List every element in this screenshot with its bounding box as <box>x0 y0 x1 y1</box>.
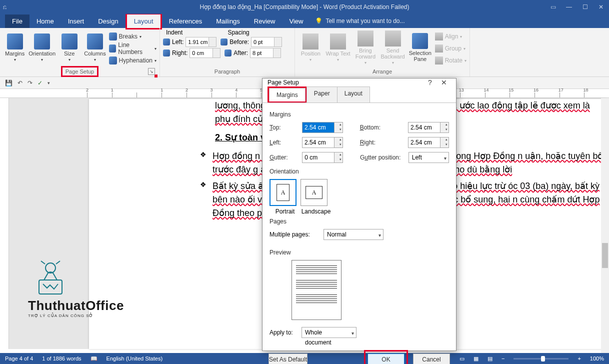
ok-button[interactable]: OK <box>368 354 404 364</box>
spellcheck-status-icon[interactable]: 📖 <box>90 356 98 362</box>
margin-right-input[interactable] <box>408 137 449 148</box>
margins-button[interactable]: Margins▾ <box>3 29 26 66</box>
watermark-title: ThuthuatOffice <box>28 298 124 314</box>
selection-pane-button[interactable]: Selection Pane <box>408 29 433 66</box>
indent-right-input[interactable] <box>190 48 220 58</box>
orientation-landscape[interactable]: A <box>300 179 328 206</box>
customize-qat-icon[interactable]: ▾ <box>48 80 50 86</box>
margin-left-input[interactable] <box>302 137 343 148</box>
hyphenation-button[interactable]: Hyphenation ▾ <box>109 55 156 66</box>
ribbon: Margins▾ Orientation▾ Size▾ Columns▾ Bre… <box>0 28 609 77</box>
size-button[interactable]: Size▾ <box>58 29 81 66</box>
bring-forward-button: Bring Forward▾ <box>352 29 378 66</box>
apply-to-select[interactable]: Whole document <box>302 327 356 338</box>
tab-paper[interactable]: Paper <box>306 86 338 103</box>
group-button: Group ▾ <box>435 43 466 54</box>
gutter-position-select[interactable]: Left <box>408 152 449 163</box>
window-controls: ▭ — ☐ ✕ <box>548 4 606 10</box>
bullet-icon: ❖ <box>200 150 206 176</box>
spellcheck-icon[interactable]: ✓ <box>38 80 42 86</box>
gutter-input[interactable] <box>302 152 343 163</box>
dialog-help-icon[interactable]: ? <box>423 78 437 86</box>
indent-label: Indent <box>166 29 182 36</box>
page-setup-dialog: Page Setup ? ✕ Margins Paper Layout Marg… <box>262 78 456 351</box>
status-words[interactable]: 1 of 1886 words <box>42 356 81 362</box>
tab-review[interactable]: Review <box>247 14 282 28</box>
columns-button[interactable]: Columns▾ <box>83 29 106 66</box>
window-title: Hợp đồng lao động_Ha [Compatibility Mode… <box>200 4 410 10</box>
tab-margins[interactable]: Margins <box>269 88 306 102</box>
status-page[interactable]: Page 4 of 4 <box>5 356 33 362</box>
tab-file[interactable]: File <box>5 14 30 28</box>
dialog-close-icon[interactable]: ✕ <box>437 78 451 86</box>
send-backward-button: Send Backward▾ <box>380 29 406 66</box>
svg-line-1 <box>41 261 45 264</box>
vertical-scrollbar[interactable] <box>601 98 609 353</box>
tell-me-search[interactable]: 💡Tell me what you want to do... <box>310 18 404 24</box>
ribbon-collapse-icon[interactable]: ▭ <box>548 4 558 10</box>
chevron-down-icon: ▾ <box>41 58 43 62</box>
zoom-in-icon[interactable]: + <box>578 356 580 362</box>
breaks-button[interactable]: Breaks ▾ <box>109 31 156 42</box>
chevron-down-icon: ▾ <box>68 58 70 62</box>
vertical-ruler[interactable] <box>0 98 9 349</box>
page-setup-group-label: Page Setup <box>61 66 99 77</box>
dialog-title: Page Setup <box>268 79 299 86</box>
zoom-out-icon[interactable]: − <box>502 356 504 362</box>
undo-icon[interactable]: ↶ <box>18 80 22 86</box>
set-as-default-button[interactable]: Set As Default <box>268 354 308 364</box>
spacing-after-input[interactable] <box>250 48 281 58</box>
dialog-tabs: Margins Paper Layout <box>268 86 451 103</box>
paragraph-group-label: Paragraph <box>163 68 292 76</box>
preview-section-label: Preview <box>270 249 449 256</box>
save-icon[interactable]: 💾 <box>5 80 12 86</box>
spacing-label: Spacing <box>228 29 249 36</box>
margin-bottom-input[interactable] <box>408 122 449 133</box>
print-layout-icon[interactable]: ▦ <box>474 356 478 362</box>
multiple-pages-select[interactable]: Normal <box>324 229 384 240</box>
tab-view[interactable]: View <box>282 14 310 28</box>
cancel-button[interactable]: Cancel <box>413 354 450 364</box>
pages-section-label: Pages <box>270 218 449 225</box>
align-button: Align ▾ <box>435 31 466 42</box>
tab-insert[interactable]: Insert <box>61 14 92 28</box>
maximize-icon[interactable]: ☐ <box>580 4 590 10</box>
margins-section-label: Margins <box>270 111 449 118</box>
chevron-down-icon: ▾ <box>94 58 96 62</box>
rotate-button: Rotate ▾ <box>435 55 466 66</box>
tab-references[interactable]: References <box>162 14 209 28</box>
orientation-portrait[interactable]: A <box>270 179 296 206</box>
web-layout-icon[interactable]: ▤ <box>488 356 492 362</box>
tab-mailings[interactable]: Mailings <box>209 14 247 28</box>
chevron-down-icon: ▾ <box>14 58 16 62</box>
svg-rect-3 <box>39 280 62 294</box>
landscape-label: Landscape <box>300 208 332 215</box>
tab-home[interactable]: Home <box>30 14 61 28</box>
title-bar: ⎌ Hợp đồng lao động_Ha [Compatibility Mo… <box>0 0 609 14</box>
zoom-level[interactable]: 100% <box>590 356 604 362</box>
margin-top-input[interactable] <box>302 122 343 133</box>
tab-layout[interactable]: Layout <box>127 14 160 28</box>
lightbulb-icon: 💡 <box>315 18 322 24</box>
read-mode-icon[interactable]: ▭ <box>460 356 464 362</box>
menu-bar: File Home Insert Design Layout Reference… <box>0 14 609 28</box>
zoom-slider[interactable] <box>514 358 568 360</box>
watermark-subtitle: TRỢ LÝ CỦA DÂN CÔNG SỞ <box>28 314 124 318</box>
spacing-before-input[interactable] <box>251 37 282 47</box>
wrap-text-button: Wrap Text▾ <box>326 29 351 66</box>
orientation-button[interactable]: Orientation▾ <box>28 29 56 66</box>
qat-left-icon: ⎌ <box>3 4 6 10</box>
redo-icon[interactable]: ↷ <box>28 80 32 86</box>
status-language[interactable]: English (United States) <box>106 356 163 362</box>
line-numbers-button[interactable]: Line Numbers ▾ <box>109 43 156 54</box>
preview-box <box>292 260 342 320</box>
page-setup-dialog-launcher[interactable]: ↘ <box>148 68 155 75</box>
tab-design[interactable]: Design <box>91 14 125 28</box>
bullet-icon: ❖ <box>200 180 206 220</box>
portrait-label: Portrait <box>270 208 300 215</box>
tab-layout-dlg[interactable]: Layout <box>337 86 370 103</box>
minimize-icon[interactable]: — <box>564 4 574 10</box>
close-icon[interactable]: ✕ <box>596 4 606 10</box>
position-button: Position▾ <box>298 29 324 66</box>
indent-left-input[interactable] <box>186 37 216 47</box>
